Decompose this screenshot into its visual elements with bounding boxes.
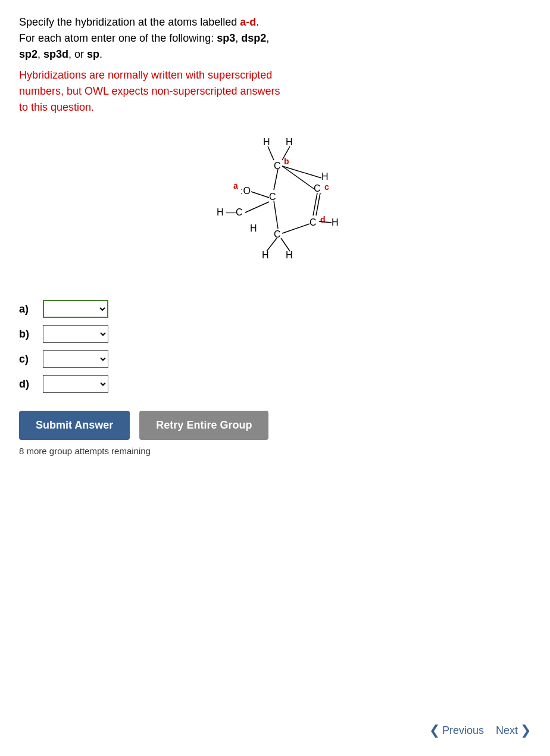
answer-row-c: c) sp sp2 sp3 dsp2 sp3d	[19, 350, 531, 368]
dropdown-b[interactable]: sp sp2 sp3 dsp2 sp3d	[43, 325, 108, 343]
question-block: Specify the hybridization at the atoms l…	[19, 14, 531, 115]
svg-line-27	[274, 201, 278, 229]
svg-line-20	[251, 192, 269, 198]
svg-text:C: C	[236, 207, 243, 217]
svg-text:H: H	[332, 217, 339, 227]
label-c: c)	[19, 353, 43, 365]
svg-line-16	[274, 169, 278, 190]
svg-text:H: H	[262, 250, 269, 260]
svg-text:H: H	[321, 171, 329, 182]
svg-text::O: :O	[240, 186, 251, 196]
next-button[interactable]: Next ❯	[496, 723, 531, 738]
svg-text:C: C	[274, 229, 281, 239]
svg-text:H: H	[286, 250, 293, 260]
svg-text:H: H	[263, 137, 270, 147]
previous-chevron-icon: ❮	[429, 723, 440, 738]
label-b: b)	[19, 328, 43, 340]
label-a: a)	[19, 303, 43, 315]
svg-line-2	[268, 146, 274, 160]
svg-line-24	[245, 202, 269, 213]
answer-row-d: d) sp sp2 sp3 dsp2 sp3d	[19, 375, 531, 393]
action-buttons: Submit Answer Retry Entire Group	[19, 411, 531, 440]
question-line3: sp2, sp3d, or sp.	[19, 48, 102, 60]
molecule-diagram: H H C b H C c C d H C :O a	[19, 127, 531, 282]
svg-text:C: C	[310, 217, 317, 227]
question-intro: Specify the hybridization at the atoms l…	[19, 16, 240, 28]
previous-label: Previous	[442, 724, 484, 737]
svg-text:—: —	[226, 207, 236, 217]
question-period: .	[256, 16, 259, 28]
svg-text:b: b	[284, 157, 289, 166]
answers-section: a) sp sp2 sp3 dsp2 sp3d b) sp sp2 sp3 ds…	[19, 300, 531, 393]
svg-line-28	[282, 224, 310, 233]
svg-text:C: C	[269, 192, 276, 202]
svg-text:H: H	[250, 223, 257, 233]
svg-text:a: a	[233, 181, 238, 190]
svg-line-32	[281, 238, 290, 251]
svg-line-33	[282, 166, 314, 189]
question-line2: For each atom enter one of the following…	[19, 32, 269, 44]
retry-button[interactable]: Retry Entire Group	[139, 411, 268, 440]
submit-button[interactable]: Submit Answer	[19, 411, 130, 440]
atoms-label: a-d	[240, 16, 256, 28]
dropdown-a[interactable]: sp sp2 sp3 dsp2 sp3d	[43, 300, 108, 318]
previous-button[interactable]: ❮ Previous	[429, 723, 484, 738]
question-warning: Hybridizations are normally written with…	[19, 67, 531, 115]
next-label: Next	[496, 724, 518, 737]
molecule-svg: H H C b H C c C d H C :O a	[186, 127, 364, 282]
dropdown-c[interactable]: sp sp2 sp3 dsp2 sp3d	[43, 350, 108, 368]
dropdown-d[interactable]: sp sp2 sp3 dsp2 sp3d	[43, 375, 108, 393]
svg-text:C: C	[314, 183, 321, 193]
label-d: d)	[19, 378, 43, 391]
svg-line-7	[282, 166, 321, 178]
svg-text:H: H	[217, 207, 224, 217]
svg-line-31	[267, 238, 277, 251]
svg-text:d: d	[320, 215, 326, 224]
svg-text:H: H	[286, 137, 293, 147]
next-chevron-icon: ❯	[520, 723, 531, 738]
svg-text:c: c	[324, 182, 329, 192]
attempts-remaining: 8 more group attempts remaining	[19, 446, 531, 456]
answer-row-a: a) sp sp2 sp3 dsp2 sp3d	[19, 300, 531, 318]
answer-row-b: b) sp sp2 sp3 dsp2 sp3d	[19, 325, 531, 343]
svg-text:C: C	[274, 161, 281, 171]
bottom-navigation: ❮ Previous Next ❯	[429, 723, 531, 738]
